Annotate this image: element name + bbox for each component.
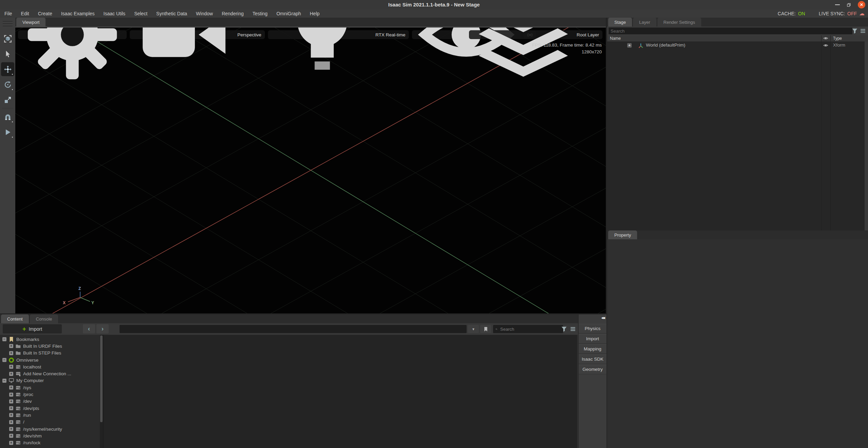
side-tab-isaac-sdk[interactable]: Isaac SDK: [579, 355, 607, 364]
tab-content[interactable]: Content: [1, 314, 29, 323]
camera-mode-button[interactable]: Perspective: [130, 30, 265, 39]
tab-property[interactable]: Property: [608, 230, 637, 239]
viewport-canvas[interactable]: Perspective RTX Real-time ((●)) Root Lay…: [15, 28, 606, 313]
menu-item-rendering[interactable]: Rendering: [217, 11, 248, 16]
side-tab-geometry[interactable]: Geometry: [579, 365, 607, 374]
expand-icon[interactable]: −: [2, 337, 6, 341]
tool-snap[interactable]: [0, 109, 15, 124]
menu-item-isaac-utils[interactable]: Isaac Utils: [99, 11, 130, 16]
tree-item[interactable]: −Omniverse: [0, 357, 100, 363]
tab-render-settings[interactable]: Render Settings: [657, 18, 701, 27]
stage-tree-header: Name Type: [607, 35, 868, 41]
path-dropdown-button[interactable]: ▼: [468, 325, 479, 333]
menu-item-omnigraph[interactable]: OmniGraph: [272, 11, 305, 16]
tree-item[interactable]: +localhost: [0, 363, 100, 370]
tree-item[interactable]: +/: [0, 419, 100, 426]
tree-item[interactable]: +/dev/shm: [0, 432, 100, 439]
menu-item-select[interactable]: Select: [130, 11, 152, 16]
close-icon[interactable]: ✕: [858, 1, 865, 8]
side-tab-physics[interactable]: Physics: [579, 324, 607, 333]
menu-item-isaac-examples[interactable]: Isaac Examples: [57, 11, 99, 16]
menu-item-create[interactable]: Create: [34, 11, 57, 16]
expand-icon[interactable]: −: [2, 358, 6, 362]
left-toolbar: [0, 18, 15, 313]
tree-item[interactable]: +/proc: [0, 391, 100, 398]
side-tab-import[interactable]: Import: [579, 334, 607, 344]
tool-play[interactable]: [0, 124, 15, 140]
tree-item[interactable]: −My Computer: [0, 377, 100, 384]
tool-select[interactable]: [0, 46, 15, 62]
filter-icon[interactable]: [852, 28, 858, 34]
tool-frame-select[interactable]: [0, 31, 15, 46]
resolution-readout: 1280x720: [532, 49, 602, 55]
content-options-icon[interactable]: [570, 326, 576, 332]
expand-icon[interactable]: +: [9, 393, 13, 397]
expand-icon[interactable]: +: [9, 406, 13, 410]
expand-icon[interactable]: −: [2, 379, 6, 383]
menu-item-testing[interactable]: Testing: [248, 11, 272, 16]
tab-console[interactable]: Console: [30, 314, 58, 323]
expand-icon[interactable]: +: [9, 365, 13, 369]
tree-scrollbar[interactable]: [100, 335, 103, 448]
viewport-settings-button[interactable]: [18, 30, 127, 39]
expand-icon[interactable]: +: [9, 344, 13, 348]
toolbar-grip-icon[interactable]: [0, 18, 15, 31]
expand-icon[interactable]: +: [9, 385, 13, 390]
tree-item[interactable]: +/run: [0, 412, 100, 418]
renderer-button[interactable]: RTX Real-time: [268, 30, 409, 39]
tree-item[interactable]: −Bookmarks: [0, 336, 100, 343]
minimize-icon[interactable]: [835, 4, 840, 5]
menu-item-window[interactable]: Window: [192, 11, 217, 16]
tree-item-label: /dev: [23, 399, 32, 404]
tree-item-label: Omniverse: [16, 358, 38, 363]
tab-layer[interactable]: Layer: [633, 18, 656, 27]
list-options-icon[interactable]: [860, 28, 866, 34]
menu-item-edit[interactable]: Edit: [17, 11, 34, 16]
maximize-icon[interactable]: [847, 3, 851, 7]
bookmark-button[interactable]: [480, 325, 491, 333]
expand-icon[interactable]: +: [9, 427, 13, 431]
expand-icon[interactable]: +: [9, 420, 13, 424]
tree-item[interactable]: +/sys/kernel/security: [0, 426, 100, 432]
xform-icon: [638, 42, 644, 49]
tab-stage[interactable]: Stage: [608, 18, 632, 27]
visibility-toggle-icon[interactable]: [823, 43, 828, 48]
import-button[interactable]: + Import: [3, 324, 62, 333]
tree-item[interactable]: +/dev: [0, 398, 100, 405]
column-name: Name: [610, 36, 621, 41]
stage-search-input[interactable]: [609, 28, 852, 34]
expand-icon[interactable]: +: [9, 441, 13, 445]
tool-move[interactable]: [0, 62, 15, 77]
tool-rotate[interactable]: [0, 77, 15, 92]
path-input[interactable]: [120, 325, 467, 333]
expand-icon[interactable]: +: [9, 399, 13, 403]
tree-item[interactable]: +/dev/pts: [0, 405, 100, 412]
menu-item-synthetic-data[interactable]: Synthetic Data: [152, 11, 192, 16]
expand-icon[interactable]: +: [627, 43, 632, 48]
stage-scrollbar[interactable]: [865, 41, 868, 230]
tree-item[interactable]: +/sys: [0, 384, 100, 391]
tree-item[interactable]: +Add New Connection ...: [0, 370, 100, 377]
expand-icon[interactable]: +: [9, 434, 13, 438]
menu-item-file[interactable]: File: [0, 11, 17, 16]
tab-viewport[interactable]: Viewport: [16, 18, 46, 27]
tree-item[interactable]: +Built In URDF Files: [0, 343, 100, 349]
content-filter-icon[interactable]: [561, 326, 567, 332]
tree-item[interactable]: +/run/lock: [0, 439, 100, 446]
tree-item[interactable]: +Built In STEP Files: [0, 350, 100, 357]
tool-scale[interactable]: [0, 92, 15, 107]
content-search-input[interactable]: [500, 326, 561, 332]
expand-icon[interactable]: +: [9, 351, 13, 355]
collapse-panel-icon[interactable]: ◀◀: [601, 316, 604, 320]
nav-forward-button[interactable]: ›: [96, 324, 109, 333]
expand-icon[interactable]: +: [9, 372, 13, 376]
expand-icon[interactable]: +: [9, 413, 13, 417]
menu-item-help[interactable]: Help: [305, 11, 324, 16]
file-listing[interactable]: [104, 335, 577, 448]
stage-row-world[interactable]: + World (defaultPrim) Xform: [607, 41, 868, 50]
rotate-icon: [3, 80, 12, 89]
side-tab-mapping[interactable]: Mapping: [579, 344, 607, 354]
nav-back-button[interactable]: ‹: [83, 324, 95, 333]
root-layer-button[interactable]: Root Layer: [469, 30, 602, 39]
cloud-icon[interactable]: ☁: [859, 11, 865, 16]
